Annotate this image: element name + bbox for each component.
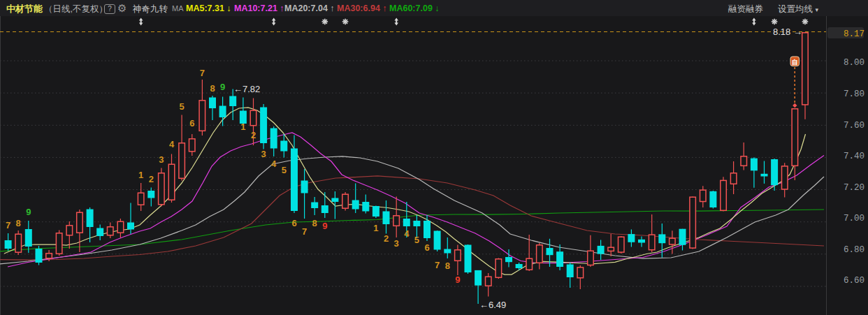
svg-text:8.17: 8.17 xyxy=(844,29,865,39)
svg-text:7.20: 7.20 xyxy=(844,183,865,193)
svg-text:6.80: 6.80 xyxy=(844,245,865,255)
svg-text:1: 1 xyxy=(373,223,378,233)
svg-text:3: 3 xyxy=(261,149,266,159)
svg-text:8: 8 xyxy=(312,218,317,228)
svg-text:8.18 →: 8.18 → xyxy=(773,27,802,37)
svg-text:7: 7 xyxy=(302,226,307,237)
svg-text:2: 2 xyxy=(251,130,256,140)
svg-text:9: 9 xyxy=(26,207,31,217)
svg-text:8.00: 8.00 xyxy=(844,58,865,68)
svg-text:9: 9 xyxy=(322,221,327,231)
svg-text:7.40: 7.40 xyxy=(844,152,865,161)
svg-text:6: 6 xyxy=(291,218,296,228)
svg-text:2: 2 xyxy=(384,233,389,244)
svg-text:1: 1 xyxy=(240,122,245,132)
svg-text:9: 9 xyxy=(220,82,225,92)
svg-text:4: 4 xyxy=(169,139,175,149)
svg-text:4: 4 xyxy=(271,159,277,169)
svg-text:7: 7 xyxy=(200,68,205,78)
svg-text:3: 3 xyxy=(394,238,399,249)
svg-text:7.00: 7.00 xyxy=(844,214,865,224)
svg-text:8: 8 xyxy=(16,218,21,228)
svg-text:6.60: 6.60 xyxy=(844,276,865,286)
svg-text:9: 9 xyxy=(455,274,460,285)
svg-text:6: 6 xyxy=(189,118,194,129)
svg-text:3: 3 xyxy=(159,154,164,165)
svg-text:←7.82: ←7.82 xyxy=(233,84,260,94)
svg-text:5: 5 xyxy=(282,165,287,175)
svg-text:4: 4 xyxy=(404,228,410,239)
svg-text:7: 7 xyxy=(435,260,440,270)
svg-text:7.80: 7.80 xyxy=(844,89,865,99)
svg-text:自: 自 xyxy=(792,59,798,66)
svg-text:2: 2 xyxy=(149,174,154,184)
svg-text:1: 1 xyxy=(138,170,143,180)
svg-text:8: 8 xyxy=(210,83,215,94)
svg-text:←6.49: ←6.49 xyxy=(479,300,506,310)
svg-text:8: 8 xyxy=(445,261,450,271)
svg-text:5: 5 xyxy=(414,235,419,245)
svg-text:5: 5 xyxy=(179,101,184,112)
svg-text:6: 6 xyxy=(424,242,429,253)
svg-text:7.60: 7.60 xyxy=(844,121,865,131)
svg-text:7: 7 xyxy=(6,220,10,230)
